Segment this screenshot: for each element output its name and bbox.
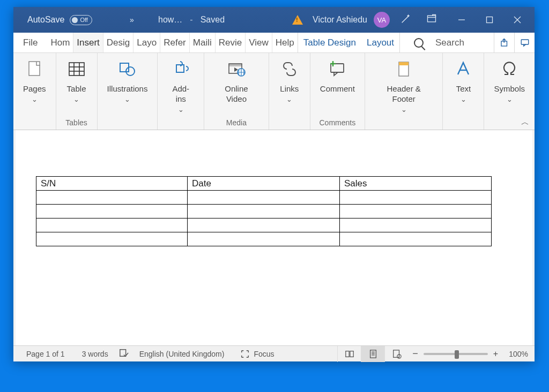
table-cell[interactable] — [188, 218, 340, 232]
maximize-button[interactable] — [476, 7, 503, 33]
page-info[interactable]: Page 1 of 1 — [20, 350, 71, 358]
window-controls — [448, 7, 531, 33]
symbols-button[interactable]: Symbols ⌄ — [488, 56, 530, 104]
table-cell[interactable] — [340, 205, 492, 218]
word-count[interactable]: 3 words — [76, 350, 115, 358]
link-icon — [279, 58, 300, 80]
chevron-down-icon: ⌄ — [286, 95, 292, 104]
svg-rect-23 — [399, 62, 409, 65]
avatar[interactable]: VA — [374, 12, 390, 28]
zoom-level[interactable]: 100% — [509, 350, 528, 358]
tab-layout[interactable]: Layo — [133, 33, 160, 52]
user-name[interactable]: Victor Ashiedu — [313, 15, 367, 25]
document-page[interactable]: S/N Date Sales — [16, 130, 532, 345]
ribbon-mode-icon[interactable] — [422, 13, 441, 27]
tab-insert[interactable]: Insert — [73, 33, 103, 52]
table-cell[interactable] — [36, 218, 188, 232]
shapes-icon — [116, 58, 138, 80]
omega-icon — [499, 58, 520, 80]
chevron-down-icon: ⌄ — [461, 95, 466, 104]
table-cell[interactable]: Date — [188, 177, 340, 191]
collapse-ribbon-button[interactable]: ︿ — [521, 117, 529, 127]
warning-icon[interactable] — [292, 15, 303, 25]
svg-rect-30 — [394, 350, 399, 357]
comments-pane-button[interactable] — [514, 33, 535, 53]
table-cell[interactable]: S/N — [36, 177, 188, 191]
tab-file[interactable]: File — [13, 33, 47, 52]
table-cell[interactable] — [188, 232, 340, 246]
table-cell[interactable] — [36, 232, 188, 246]
chevron-down-icon: ⌄ — [73, 95, 79, 104]
comment-icon — [327, 58, 348, 80]
focus-mode-button[interactable]: Focus — [235, 349, 279, 359]
tab-help[interactable]: Help — [272, 33, 298, 52]
table-button[interactable]: Table ⌄ — [61, 56, 93, 104]
read-mode-button[interactable] — [337, 346, 361, 362]
text-button[interactable]: Text ⌄ — [447, 56, 479, 104]
comment-button[interactable]: Comment — [315, 56, 360, 94]
document-table[interactable]: S/N Date Sales — [36, 176, 492, 246]
addins-icon — [170, 58, 191, 80]
header-footer-button[interactable]: Header & Footer ⌄ — [369, 56, 439, 114]
chevron-down-icon: ⌄ — [178, 105, 184, 114]
text-icon — [452, 58, 474, 80]
autosave-toggle[interactable]: Off — [70, 15, 92, 25]
status-bar: Page 1 of 1 3 words English (United King… — [13, 345, 535, 361]
tab-review[interactable]: Revie — [216, 33, 246, 52]
autosave-label: AutoSave — [27, 15, 64, 25]
tab-design[interactable]: Desig — [103, 33, 133, 52]
autosave-control[interactable]: AutoSave Off — [13, 15, 92, 25]
table-row — [36, 232, 492, 246]
app-window: AutoSave Off » how… - Saved Victor Ashie… — [13, 7, 535, 361]
search-label: Search — [435, 37, 464, 48]
table-cell[interactable] — [340, 191, 492, 205]
online-video-button[interactable]: Online Video — [209, 56, 264, 104]
document-name[interactable]: how… — [158, 15, 182, 25]
table-cell[interactable] — [340, 218, 492, 232]
tab-mailings[interactable]: Maili — [190, 33, 216, 52]
language-button[interactable]: English (United Kingdom) — [133, 350, 231, 358]
chevron-down-icon: ⌄ — [124, 95, 130, 104]
page-icon — [24, 58, 45, 80]
header-footer-label: Header & Footer — [375, 84, 433, 104]
minimize-button[interactable] — [448, 7, 476, 33]
tab-view[interactable]: View — [246, 33, 272, 52]
close-button[interactable] — [503, 7, 531, 33]
table-cell[interactable] — [340, 232, 492, 246]
comment-label: Comment — [320, 84, 355, 94]
illustrations-button[interactable]: Illustrations ⌄ — [102, 56, 153, 104]
web-layout-button[interactable] — [384, 346, 408, 362]
svg-rect-8 — [69, 63, 84, 76]
view-buttons — [337, 346, 408, 362]
search-box[interactable]: Search — [414, 33, 464, 52]
chevron-down-icon: ⌄ — [32, 95, 38, 104]
wand-icon[interactable] — [396, 13, 416, 27]
document-area[interactable]: S/N Date Sales — [13, 130, 535, 345]
autosave-state: Off — [80, 17, 87, 23]
pages-button[interactable]: Pages ⌄ — [18, 56, 51, 104]
table-cell[interactable] — [188, 205, 340, 218]
symbols-label: Symbols — [494, 84, 525, 94]
share-button[interactable] — [494, 33, 514, 53]
table-icon — [66, 58, 87, 80]
group-comments-label: Comments — [320, 118, 356, 129]
zoom-slider[interactable] — [424, 353, 488, 355]
tab-table-design[interactable]: Table Design — [298, 33, 361, 52]
tab-table-layout[interactable]: Layout — [361, 33, 400, 52]
table-cell[interactable] — [36, 191, 188, 205]
print-layout-button[interactable] — [361, 346, 384, 362]
chevron-down-icon: ⌄ — [401, 105, 407, 114]
table-cell[interactable] — [36, 205, 188, 218]
links-button[interactable]: Links ⌄ — [273, 56, 306, 104]
table-cell[interactable] — [188, 191, 340, 205]
zoom-in-button[interactable]: + — [493, 349, 498, 359]
quick-access-more-icon[interactable]: » — [130, 16, 134, 24]
tab-home[interactable]: Hom — [47, 33, 73, 52]
online-video-label: Online Video — [214, 84, 259, 104]
spellcheck-icon[interactable] — [119, 348, 129, 359]
addins-button[interactable]: Add-ins ⌄ — [162, 56, 199, 114]
tab-references[interactable]: Refer — [160, 33, 190, 52]
zoom-out-button[interactable]: − — [412, 348, 418, 359]
svg-rect-0 — [428, 16, 436, 22]
table-cell[interactable]: Sales — [340, 177, 492, 191]
